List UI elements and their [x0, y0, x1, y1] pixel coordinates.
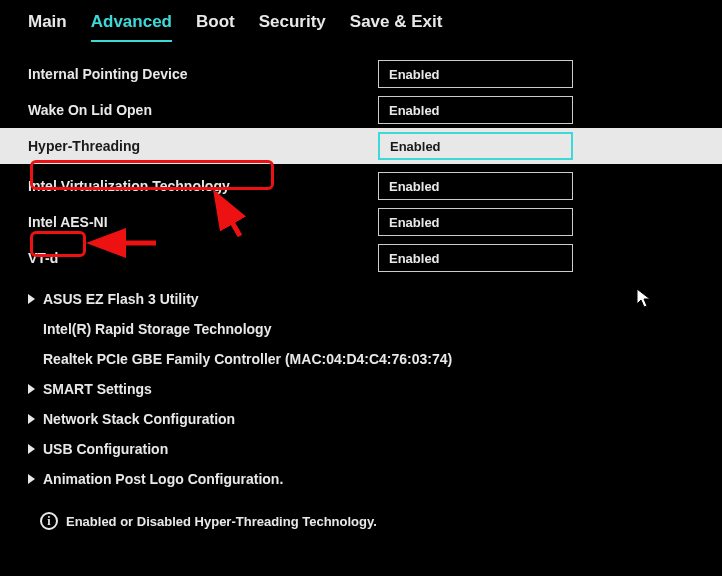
setting-intel-aes: Intel AES-NI Enabled: [28, 204, 694, 240]
submenu-label: Realtek PCIe GBE Family Controller (MAC:…: [43, 351, 452, 367]
submenu-label: SMART Settings: [43, 381, 152, 397]
submenu-rapid-storage[interactable]: Intel(R) Rapid Storage Technology: [28, 314, 694, 344]
setting-label: Hyper-Threading: [28, 138, 378, 154]
submenu-smart[interactable]: SMART Settings: [28, 374, 694, 404]
submenu-realtek[interactable]: Realtek PCIe GBE Family Controller (MAC:…: [28, 344, 694, 374]
setting-wake-lid: Wake On Lid Open Enabled: [28, 92, 694, 128]
help-text: Enabled or Disabled Hyper-Threading Tech…: [66, 514, 377, 529]
chevron-right-icon: [28, 474, 35, 484]
submenu-netstack[interactable]: Network Stack Configuration: [28, 404, 694, 434]
setting-internal-pointing: Internal Pointing Device Enabled: [28, 56, 694, 92]
submenu-label: Animation Post Logo Configuration.: [43, 471, 283, 487]
setting-label: Intel Virtualization Technology: [28, 178, 378, 194]
tab-boot[interactable]: Boot: [196, 12, 235, 42]
tab-security[interactable]: Security: [259, 12, 326, 42]
chevron-right-icon: [28, 294, 35, 304]
submenu-label: Network Stack Configuration: [43, 411, 235, 427]
setting-dropdown-hyper-threading[interactable]: Enabled: [378, 132, 573, 160]
setting-label: Internal Pointing Device: [28, 66, 378, 82]
chevron-right-icon: [28, 444, 35, 454]
tab-main[interactable]: Main: [28, 12, 67, 42]
submenu-animation[interactable]: Animation Post Logo Configuration.: [28, 464, 694, 494]
tab-advanced[interactable]: Advanced: [91, 12, 172, 42]
setting-intel-vt: Intel Virtualization Technology Enabled: [28, 168, 694, 204]
setting-label: VT-d: [28, 250, 378, 266]
setting-dropdown-vtd[interactable]: Enabled: [378, 244, 573, 272]
setting-dropdown-internal-pointing[interactable]: Enabled: [378, 60, 573, 88]
submenu-label: USB Configuration: [43, 441, 168, 457]
chevron-right-icon: [28, 414, 35, 424]
setting-dropdown-intel-vt[interactable]: Enabled: [378, 172, 573, 200]
chevron-right-icon: [28, 384, 35, 394]
submenu-label: Intel(R) Rapid Storage Technology: [43, 321, 271, 337]
submenu-label: ASUS EZ Flash 3 Utility: [43, 291, 199, 307]
submenu-usb[interactable]: USB Configuration: [28, 434, 694, 464]
settings-panel: Internal Pointing Device Enabled Wake On…: [0, 42, 722, 494]
help-text-area: i Enabled or Disabled Hyper-Threading Te…: [40, 512, 377, 530]
setting-vtd: VT-d Enabled: [28, 240, 694, 276]
menu-tabs: Main Advanced Boot Security Save & Exit: [0, 0, 722, 42]
tab-save-exit[interactable]: Save & Exit: [350, 12, 443, 42]
setting-dropdown-intel-aes[interactable]: Enabled: [378, 208, 573, 236]
setting-dropdown-wake-lid[interactable]: Enabled: [378, 96, 573, 124]
setting-label: Intel AES-NI: [28, 214, 378, 230]
info-icon: i: [40, 512, 58, 530]
setting-hyper-threading[interactable]: Hyper-Threading Enabled: [0, 128, 722, 164]
submenu-ez-flash[interactable]: ASUS EZ Flash 3 Utility: [28, 284, 694, 314]
setting-label: Wake On Lid Open: [28, 102, 378, 118]
